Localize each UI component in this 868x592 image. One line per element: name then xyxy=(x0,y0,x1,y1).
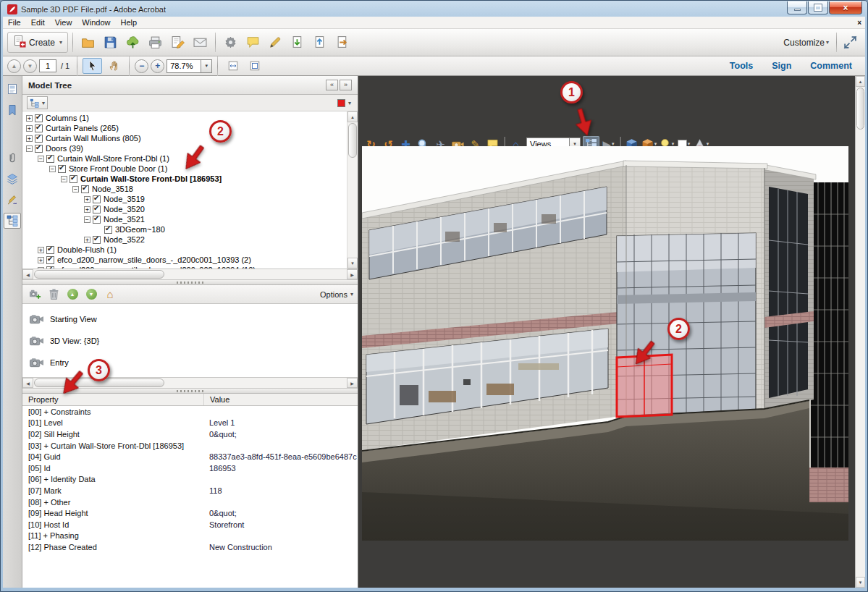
document-canvas[interactable]: ↻ ↺ ✚ ✈ ✎ ⌂ Views ▾ ▶▾ ▾ ▾ xyxy=(358,76,855,588)
tree-checkbox[interactable] xyxy=(93,195,101,203)
bookmarks-tab[interactable] xyxy=(4,102,20,118)
minimize-button[interactable] xyxy=(787,1,807,14)
tree-expander[interactable]: + xyxy=(26,135,33,142)
next-page-button[interactable]: ▼ xyxy=(23,59,37,73)
tree-item[interactable]: + efco_d200_narrow_stile_doors_-_d200c00… xyxy=(22,255,347,265)
tree-checkbox[interactable] xyxy=(35,145,43,153)
property-row[interactable]: [06] + Identity Data xyxy=(22,474,358,486)
scroll-right-icon[interactable]: ▶ xyxy=(347,269,358,279)
tree-item[interactable]: + Curtain Panels (265) xyxy=(22,123,347,133)
menu-item[interactable]: View xyxy=(50,17,77,29)
tree-checkbox[interactable] xyxy=(81,185,89,193)
tree-checkbox[interactable] xyxy=(46,256,54,264)
tree-expander[interactable]: + xyxy=(84,196,90,203)
property-row[interactable]: [01] Level Level 1 xyxy=(22,418,358,429)
scrollbar-thumb[interactable] xyxy=(856,88,864,130)
tree-checkbox[interactable] xyxy=(46,155,54,163)
view-item[interactable]: 3D View: {3D} xyxy=(22,330,358,352)
select-tool-button[interactable] xyxy=(83,58,102,74)
tree-expander[interactable]: − xyxy=(61,176,67,182)
tree-expander[interactable]: + xyxy=(38,257,44,263)
property-column-header[interactable]: Property xyxy=(22,395,203,404)
tree-expander[interactable]: + xyxy=(38,247,44,253)
tree-checkbox[interactable] xyxy=(93,206,101,213)
import-doc-button[interactable] xyxy=(310,32,331,53)
zoom-level-select[interactable]: 78.7% ▾ xyxy=(167,59,212,73)
tree-item[interactable]: − Node_3518 xyxy=(22,184,347,194)
highlight-color-button[interactable]: ▾ xyxy=(335,96,353,109)
title-bar[interactable]: Sample 3D PDF File.pdf - Adobe Acrobat × xyxy=(3,1,865,17)
tree-item[interactable]: 3DGeom~180 xyxy=(22,224,347,234)
close-button[interactable]: × xyxy=(829,1,862,14)
page-number-input[interactable] xyxy=(39,59,56,72)
tree-expander[interactable]: − xyxy=(72,186,79,193)
maximize-button[interactable] xyxy=(808,1,828,14)
tree-expander[interactable]: + xyxy=(84,206,90,213)
3d-annotation[interactable] xyxy=(362,146,848,541)
scrollbar-thumb[interactable] xyxy=(348,123,357,158)
scroll-right-icon[interactable]: ▶ xyxy=(347,378,358,388)
property-row[interactable]: [07] Mark 118 xyxy=(22,485,358,496)
hand-tool-button[interactable] xyxy=(104,58,124,74)
tree-item[interactable]: + Node_3520 xyxy=(22,204,347,214)
panel-splitter[interactable] xyxy=(22,280,358,285)
attachments-tab[interactable] xyxy=(4,150,20,166)
share-doc-button[interactable] xyxy=(332,32,353,53)
collapse-panel-button[interactable]: « xyxy=(326,80,338,90)
property-row[interactable]: [03] + Curtain Wall-Store Front-Dbl [186… xyxy=(22,440,358,452)
tree-item[interactable]: − Curtain Wall-Store Front-Dbl [186953] xyxy=(22,174,347,184)
property-row[interactable]: [04] Guid 88337ae3-a8fd-451f-8eaa-e5609b… xyxy=(22,451,358,462)
email-button[interactable] xyxy=(190,32,211,53)
tree-expander[interactable]: − xyxy=(26,145,33,152)
fit-width-button[interactable] xyxy=(223,58,243,74)
customize-button[interactable]: Customize▾ xyxy=(779,33,833,53)
menubar-close-icon[interactable]: × xyxy=(857,19,861,27)
scroll-up-icon[interactable]: ▲ xyxy=(347,111,358,122)
comment-note-button[interactable] xyxy=(243,32,264,53)
value-column-header[interactable]: Value xyxy=(203,394,358,405)
tree-item[interactable]: − Doors (39) xyxy=(22,143,347,153)
tree-item[interactable]: + Curtain Wall Mullions (805) xyxy=(22,133,347,143)
property-row[interactable]: [05] Id 186953 xyxy=(22,462,358,474)
tree-checkbox[interactable] xyxy=(69,175,77,183)
scrollbar-thumb[interactable] xyxy=(34,270,164,279)
page-thumbnails-tab[interactable] xyxy=(4,81,20,97)
property-row[interactable]: [02] Sill Height 0&quot; xyxy=(22,428,358,440)
tree-checkbox[interactable] xyxy=(58,165,66,173)
tree-checkbox[interactable] xyxy=(46,266,54,269)
scroll-down-icon[interactable]: ▼ xyxy=(347,258,358,268)
signatures-tab[interactable] xyxy=(4,192,20,208)
add-view-button[interactable] xyxy=(27,287,43,303)
expand-panel-button[interactable]: » xyxy=(340,80,352,90)
scroll-left-icon[interactable]: ◀ xyxy=(22,378,33,388)
tree-view-options-button[interactable]: ▾ xyxy=(27,96,48,109)
tree-checkbox[interactable] xyxy=(35,114,43,122)
sign-pane-button[interactable]: Sign xyxy=(772,61,791,71)
menu-item[interactable]: Edit xyxy=(26,17,50,29)
zoom-in-button[interactable]: + xyxy=(151,59,164,73)
tree-checkbox[interactable] xyxy=(93,236,101,244)
edit-pdf-button[interactable] xyxy=(167,32,188,53)
tree-expander[interactable]: + xyxy=(38,267,44,269)
menu-item[interactable]: Help xyxy=(115,17,142,29)
menu-item[interactable]: File xyxy=(3,17,26,29)
tree-vertical-scrollbar[interactable]: ▲ ▼ xyxy=(347,111,358,268)
menu-item[interactable]: Window xyxy=(77,17,115,29)
toolbar-expand-button[interactable] xyxy=(840,32,861,53)
delete-view-button[interactable] xyxy=(46,287,62,303)
print-button[interactable] xyxy=(145,32,166,53)
view-down-button[interactable]: ▼ xyxy=(83,287,99,303)
save-button[interactable] xyxy=(100,32,121,53)
tree-item[interactable]: + Node_3519 xyxy=(22,194,347,204)
property-row[interactable]: [11] + Phasing xyxy=(22,530,358,542)
views-options-button[interactable]: Options ▾ xyxy=(320,290,353,299)
cloud-upload-button[interactable] xyxy=(122,32,143,53)
tools-pane-button[interactable]: Tools xyxy=(730,61,753,71)
zoom-out-button[interactable]: − xyxy=(135,59,148,73)
model-tree-tab[interactable] xyxy=(4,213,21,229)
tree-checkbox[interactable] xyxy=(35,135,43,143)
tree-item[interactable]: + Columns (1) xyxy=(22,113,347,123)
create-button[interactable]: Create ▾ xyxy=(7,32,68,53)
tree-item[interactable]: + Double-Flush (1) xyxy=(22,245,347,255)
tree-checkbox[interactable] xyxy=(104,226,112,234)
